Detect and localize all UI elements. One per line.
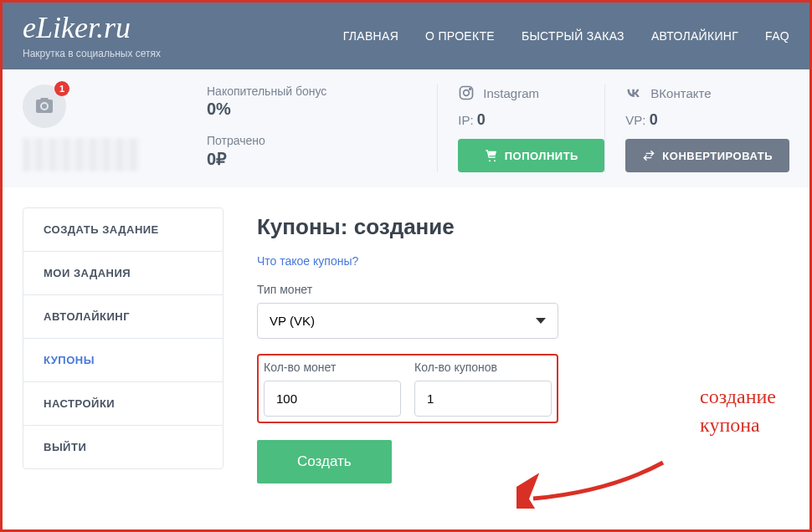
spent-value: 0₽ bbox=[207, 149, 437, 169]
sidebar-item-create-task[interactable]: СОЗДАТЬ ЗАДАНИЕ bbox=[23, 208, 223, 252]
convert-button[interactable]: КОНВЕРТИРОВАТЬ bbox=[625, 139, 789, 172]
logo[interactable]: eLiker.ru bbox=[23, 13, 161, 43]
chevron-down-icon bbox=[536, 318, 546, 324]
svg-point-2 bbox=[470, 89, 471, 90]
camera-icon bbox=[34, 96, 54, 116]
sidebar-item-coupons[interactable]: КУПОНЫ bbox=[23, 339, 223, 382]
coupons-label: Кол-во купонов bbox=[414, 361, 552, 374]
nav-home[interactable]: ГЛАВНАЯ bbox=[343, 29, 398, 43]
nav-autoliking[interactable]: АВТОЛАЙКИНГ bbox=[651, 29, 738, 43]
topup-button[interactable]: ПОПОЛНИТЬ bbox=[458, 139, 604, 172]
spent-label: Потрачено bbox=[207, 134, 437, 147]
annotation-text: создание купона bbox=[700, 383, 776, 439]
coupons-input[interactable] bbox=[414, 381, 552, 417]
vk-label: ВКонтакте bbox=[625, 84, 789, 101]
page-title: Купоны: создание bbox=[257, 214, 789, 240]
instagram-label: Instagram bbox=[458, 84, 604, 101]
vk-points: VP: 0 bbox=[625, 111, 789, 129]
instagram-icon bbox=[458, 84, 475, 101]
header: eLiker.ru Накрутка в социальных сетях ГЛ… bbox=[3, 3, 809, 69]
stats-bar: 1 Накопительный бонус 0% Потрачено 0₽ In… bbox=[3, 69, 809, 187]
coin-type-label: Тип монет bbox=[257, 283, 789, 296]
help-link[interactable]: Что такое купоны? bbox=[257, 254, 358, 268]
sidebar-item-logout[interactable]: ВЫЙТИ bbox=[23, 426, 223, 468]
nav-faq[interactable]: FAQ bbox=[765, 29, 789, 43]
content: Купоны: создание Что такое купоны? Тип м… bbox=[257, 207, 789, 483]
create-button[interactable]: Создать bbox=[257, 440, 392, 483]
tagline: Накрутка в социальных сетях bbox=[23, 48, 161, 59]
notification-badge[interactable]: 1 bbox=[54, 81, 69, 96]
annotation-arrow-icon bbox=[516, 458, 667, 509]
avatar[interactable]: 1 bbox=[23, 84, 66, 128]
cart-icon bbox=[485, 149, 498, 162]
bonus-value: 0% bbox=[207, 100, 437, 119]
sidebar-item-my-tasks[interactable]: МОИ ЗАДАНИЯ bbox=[23, 252, 223, 295]
sidebar-item-autoliking[interactable]: АВТОЛАЙКИНГ bbox=[23, 295, 223, 339]
exchange-icon bbox=[642, 149, 655, 162]
coin-type-select[interactable]: VP (VK) bbox=[257, 303, 558, 339]
sidebar-item-settings[interactable]: НАСТРОЙКИ bbox=[23, 382, 223, 426]
svg-point-1 bbox=[464, 90, 470, 96]
nav-about[interactable]: О ПРОЕКТЕ bbox=[425, 29, 495, 43]
coins-label: Кол-во монет bbox=[264, 361, 401, 374]
nav: ГЛАВНАЯ О ПРОЕКТЕ БЫСТРЫЙ ЗАКАЗ АВТОЛАЙК… bbox=[343, 29, 789, 43]
sidebar: СОЗДАТЬ ЗАДАНИЕ МОИ ЗАДАНИЯ АВТОЛАЙКИНГ … bbox=[23, 207, 224, 469]
coupon-inputs-highlight: Кол-во монет Кол-во купонов bbox=[257, 354, 558, 423]
nav-fast-order[interactable]: БЫСТРЫЙ ЗАКАЗ bbox=[522, 29, 624, 43]
vk-icon bbox=[625, 84, 642, 101]
instagram-points: IP: 0 bbox=[458, 111, 604, 129]
coin-type-value: VP (VK) bbox=[270, 314, 315, 328]
coins-input[interactable] bbox=[264, 381, 401, 417]
username-redacted bbox=[23, 138, 140, 171]
logo-block: eLiker.ru Накрутка в социальных сетях bbox=[23, 13, 161, 59]
bonus-label: Накопительный бонус bbox=[207, 84, 437, 98]
